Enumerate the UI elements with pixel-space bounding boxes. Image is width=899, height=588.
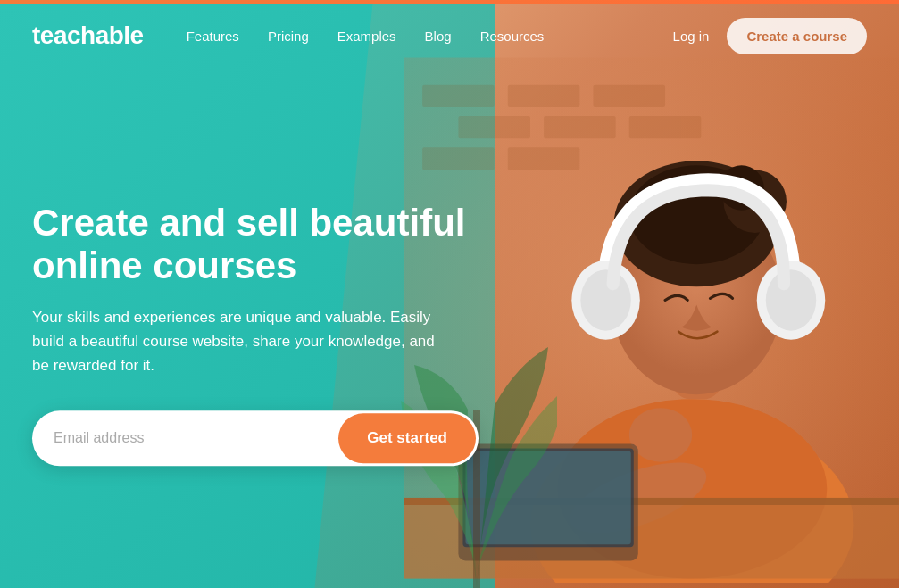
hero-subtext: Your skills and experiences are unique a… [32, 305, 443, 378]
nav-features[interactable]: Features [187, 29, 239, 44]
hero-section: teachable Features Pricing Examples Blog… [0, 0, 899, 588]
login-link[interactable]: Log in [673, 29, 710, 44]
logo[interactable]: teachable [32, 21, 144, 50]
svg-point-12 [629, 408, 692, 461]
nav-examples[interactable]: Examples [337, 29, 396, 44]
nav-pricing[interactable]: Pricing [268, 29, 309, 44]
email-form: Get started [32, 410, 479, 466]
svg-point-22 [766, 269, 816, 330]
hero-content: Create and sell beautiful online courses… [32, 202, 479, 466]
hero-headline: Create and sell beautiful online courses [32, 202, 479, 288]
svg-rect-3 [594, 85, 666, 107]
get-started-button[interactable]: Get started [338, 413, 476, 463]
create-course-button[interactable]: Create a course [727, 18, 867, 54]
top-accent-bar [0, 0, 899, 4]
svg-rect-1 [422, 85, 495, 107]
svg-rect-8 [508, 147, 580, 170]
navbar: teachable Features Pricing Examples Blog… [0, 0, 899, 71]
svg-rect-5 [544, 116, 616, 138]
nav-resources[interactable]: Resources [480, 29, 545, 44]
email-input[interactable] [32, 414, 336, 462]
nav-blog[interactable]: Blog [425, 29, 452, 44]
svg-rect-4 [459, 116, 531, 138]
nav-links: Features Pricing Examples Blog Resources [187, 29, 673, 44]
svg-rect-2 [508, 85, 580, 107]
svg-point-20 [581, 269, 631, 330]
svg-rect-7 [422, 147, 495, 170]
svg-rect-6 [629, 116, 702, 138]
nav-actions: Log in Create a course [673, 18, 867, 54]
